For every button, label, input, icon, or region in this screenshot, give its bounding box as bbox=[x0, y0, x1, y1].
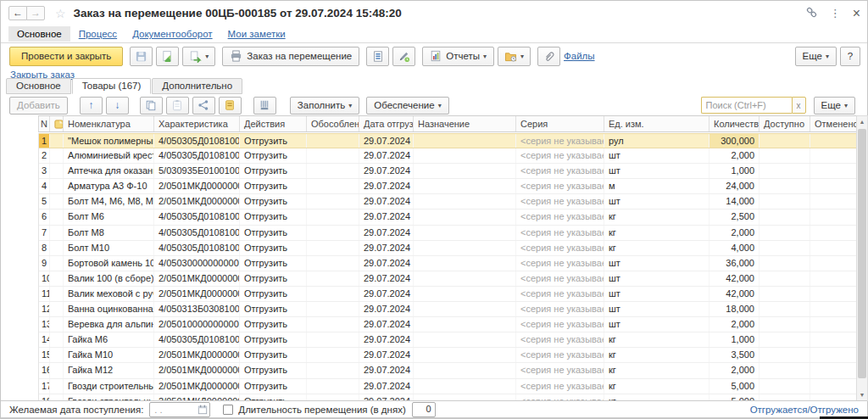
cell-qty[interactable]: 18,000 bbox=[709, 302, 760, 316]
cell-available[interactable] bbox=[760, 287, 810, 301]
cell-unit[interactable]: шт bbox=[604, 317, 709, 332]
cell-flag[interactable] bbox=[50, 226, 64, 240]
edo-button[interactable] bbox=[498, 47, 531, 66]
cell-char[interactable]: 4/050305Д0108100244 bbox=[154, 226, 240, 240]
column-header-char[interactable]: Характеристика bbox=[154, 116, 240, 131]
cell-n[interactable]: 9 bbox=[39, 256, 50, 271]
table-row[interactable]: 6Болт М64/050305Д0108100244Отгрузить29.0… bbox=[39, 210, 856, 225]
cell-name[interactable]: Веревка для альпини... bbox=[64, 317, 154, 332]
cell-n[interactable]: 12 bbox=[39, 302, 50, 316]
cell-name[interactable]: Болт М6 bbox=[64, 210, 154, 224]
more-button-top[interactable]: Еще bbox=[795, 47, 837, 66]
column-header-ship_date[interactable]: Дата отгрузки bbox=[359, 116, 414, 131]
cell-unit[interactable]: кг bbox=[604, 332, 709, 347]
cell-qty[interactable]: 300,000 bbox=[709, 134, 760, 148]
cell-separate[interactable] bbox=[307, 256, 359, 271]
cell-purpose[interactable] bbox=[414, 287, 516, 301]
cell-qty[interactable]: 42,000 bbox=[709, 287, 760, 301]
cell-action[interactable]: Отгрузить bbox=[240, 317, 307, 332]
column-header-unit[interactable]: Ед. изм. bbox=[604, 116, 709, 131]
table-row[interactable]: 17Гвозди строительные ...2/0501МКД000000… bbox=[39, 379, 856, 394]
cell-cancelled[interactable] bbox=[810, 287, 856, 301]
column-header-action[interactable]: Действия bbox=[240, 116, 307, 131]
cell-qty[interactable]: 4,000 bbox=[709, 241, 760, 255]
cell-purpose[interactable] bbox=[414, 210, 516, 224]
cell-flag[interactable] bbox=[50, 363, 64, 377]
cell-qty[interactable]: 2,000 bbox=[709, 317, 760, 332]
back-button[interactable]: ← bbox=[8, 6, 27, 20]
cell-available[interactable] bbox=[760, 210, 810, 224]
cell-n[interactable]: 17 bbox=[39, 379, 50, 394]
cell-n[interactable]: 3 bbox=[39, 164, 50, 178]
cell-separate[interactable] bbox=[307, 179, 359, 193]
cell-action[interactable]: Отгрузить bbox=[240, 226, 307, 240]
cell-series[interactable]: <серия не указывается> bbox=[516, 134, 604, 148]
cell-series[interactable]: <серия не указывается> bbox=[516, 226, 604, 240]
cell-ship_date[interactable]: 29.07.2024 bbox=[359, 363, 414, 377]
vertical-scrollbar[interactable]: ▲ ▼ bbox=[856, 115, 868, 401]
cell-ship_date[interactable]: 29.07.2024 bbox=[359, 332, 414, 347]
cell-purpose[interactable] bbox=[414, 302, 516, 316]
related-documents-button[interactable] bbox=[192, 97, 215, 115]
cell-name[interactable]: Болт М4, М6, М8, М10... bbox=[64, 194, 154, 209]
cell-available[interactable] bbox=[760, 332, 810, 347]
table-row[interactable]: 7Болт М84/050305Д0108100244Отгрузить29.0… bbox=[39, 226, 856, 241]
cell-ship_date[interactable]: 29.07.2024 bbox=[359, 148, 414, 163]
cell-unit[interactable]: рул bbox=[604, 134, 709, 148]
cell-available[interactable] bbox=[760, 148, 810, 163]
cell-action[interactable]: Отгрузить bbox=[240, 348, 307, 362]
column-header-series[interactable]: Серия bbox=[516, 116, 604, 131]
cell-char[interactable]: 2/0501МКД0000000244 bbox=[154, 287, 240, 301]
table-row[interactable]: 12Ванна оцинкованная ...4/050313Б0308100… bbox=[39, 302, 856, 317]
cell-separate[interactable] bbox=[307, 226, 359, 240]
cell-available[interactable] bbox=[760, 134, 810, 148]
cell-available[interactable] bbox=[760, 379, 810, 394]
cell-action[interactable]: Отгрузить bbox=[240, 302, 307, 316]
cell-ship_date[interactable]: 29.07.2024 bbox=[359, 179, 414, 193]
cell-cancelled[interactable] bbox=[810, 194, 856, 209]
cell-qty[interactable]: 36,000 bbox=[709, 256, 760, 271]
cell-name[interactable]: Арматура А3 Ф-10 bbox=[64, 179, 154, 193]
cell-flag[interactable] bbox=[50, 179, 64, 193]
cell-qty[interactable]: 2,000 bbox=[709, 363, 760, 377]
cell-separate[interactable] bbox=[307, 241, 359, 255]
cell-series[interactable]: <серия не указывается> bbox=[516, 287, 604, 301]
more-button-table[interactable]: Еще bbox=[814, 97, 855, 115]
cell-flag[interactable] bbox=[50, 302, 64, 316]
cell-purpose[interactable] bbox=[414, 179, 516, 193]
column-header-purpose[interactable]: Назначение bbox=[414, 116, 516, 131]
cell-char[interactable]: 4/050305Д0108100244 bbox=[154, 332, 240, 347]
nav-item-process[interactable]: Процесс bbox=[79, 29, 117, 39]
cell-char[interactable]: 4/050305Д0108100244 bbox=[154, 241, 240, 255]
cell-name[interactable]: Ванна оцинкованная ... bbox=[64, 302, 154, 316]
cell-flag[interactable] bbox=[50, 271, 64, 286]
cell-cancelled[interactable] bbox=[810, 164, 856, 178]
manual-pick-button[interactable] bbox=[253, 97, 276, 115]
cell-char[interactable]: 2/0501МКД0000000244 bbox=[154, 271, 240, 286]
column-header-n[interactable]: N bbox=[39, 116, 50, 131]
cell-action[interactable]: Отгрузить bbox=[240, 148, 307, 163]
cell-purpose[interactable] bbox=[414, 271, 516, 286]
cell-flag[interactable] bbox=[50, 348, 64, 362]
tab-extra[interactable]: Дополнительно bbox=[152, 78, 242, 94]
cell-purpose[interactable] bbox=[414, 332, 516, 347]
cell-cancelled[interactable] bbox=[810, 226, 856, 240]
cell-n[interactable]: 8 bbox=[39, 241, 50, 255]
cell-unit[interactable]: шт bbox=[604, 287, 709, 301]
cell-char[interactable]: 4/050305Д0108100244 bbox=[154, 134, 240, 148]
cell-action[interactable]: Отгрузить bbox=[240, 271, 307, 286]
cell-purpose[interactable] bbox=[414, 194, 516, 209]
cell-action[interactable]: Отгрузить bbox=[240, 287, 307, 301]
cell-unit[interactable]: шт bbox=[604, 256, 709, 271]
cell-name[interactable]: Гвозди строительные ... bbox=[64, 379, 154, 394]
cell-available[interactable] bbox=[760, 164, 810, 178]
cell-qty[interactable]: 2,500 bbox=[709, 210, 760, 224]
cell-series[interactable]: <серия не указывается> bbox=[516, 148, 604, 163]
cell-qty[interactable]: 2,000 bbox=[709, 148, 760, 163]
cell-name[interactable]: Гайка М10 bbox=[64, 348, 154, 362]
scroll-up-icon[interactable]: ▲ bbox=[857, 116, 867, 127]
cell-series[interactable]: <серия не указывается> bbox=[516, 379, 604, 394]
cell-purpose[interactable] bbox=[414, 134, 516, 148]
cell-separate[interactable] bbox=[307, 302, 359, 316]
cell-purpose[interactable] bbox=[414, 241, 516, 255]
